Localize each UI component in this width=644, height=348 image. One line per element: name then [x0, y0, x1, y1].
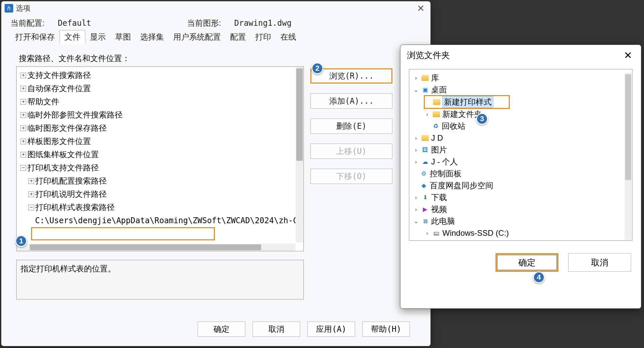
chevron-down-icon[interactable]: ⌄ — [413, 218, 419, 225]
folder-item-baidu[interactable]: ◆ 百度网盘同步空间 — [411, 180, 631, 191]
tree-item-sheet[interactable]: +图纸集样板文件位置 — [17, 148, 303, 161]
annotation-badge-3: 3 — [476, 113, 488, 125]
expander-icon[interactable]: − — [28, 205, 34, 210]
move-down-button: 下移(O) — [310, 169, 392, 184]
meta-row: 当前配置: Default 当前图形: Drawing1.dwg — [1, 15, 430, 30]
tree-item-printer-desc[interactable]: +打印机说明文件路径 — [17, 188, 303, 201]
browse-folder-dialog: 浏览文件夹 ✕ › 库 ⌄ ▣ 桌面 新建打印样式 › 新建文件夹 ♻ 回收站 — [400, 45, 641, 309]
expander-icon[interactable]: + — [28, 191, 34, 197]
browse-buttons: 确定 取消 — [400, 244, 641, 272]
folder-item-download[interactable]: › ⬇ 下载 — [411, 191, 631, 203]
scrollbar-thumb[interactable] — [30, 244, 261, 250]
expander-icon[interactable]: + — [20, 99, 26, 105]
tree-item-autosave[interactable]: +自动保存文件位置 — [17, 82, 303, 95]
chevron-down-icon[interactable]: ⌄ — [413, 86, 419, 93]
drawing-label: 当前图形: — [187, 18, 221, 28]
folder-item-windows-ssd[interactable]: › 🖴 Windows-SSD (C:) — [411, 227, 631, 239]
folder-item-library[interactable]: › 库 — [411, 72, 631, 84]
annotation-badge-1: 1 — [15, 235, 27, 247]
tab-config[interactable]: 配置 — [225, 30, 251, 44]
tree-item-support[interactable]: +支持文件搜索路径 — [17, 69, 303, 82]
dialog-title: 选项 — [16, 3, 30, 13]
tree-empty-row[interactable] — [17, 227, 303, 240]
chevron-right-icon[interactable]: › — [413, 75, 419, 82]
tab-sketch[interactable]: 草图 — [110, 30, 136, 44]
expander-icon[interactable]: + — [20, 152, 26, 157]
annotation-badge-2: 2 — [311, 62, 323, 74]
folder-item-new-folder[interactable]: › 新建文件夹 — [411, 108, 631, 120]
new-path-input[interactable] — [31, 227, 215, 240]
apply-button[interactable]: 应用(A) — [307, 322, 355, 337]
folder-item-video[interactable]: › ▶ 视频 — [411, 203, 631, 215]
chevron-right-icon[interactable]: › — [413, 147, 419, 154]
folder-item-this-pc[interactable]: ⌄ 🖥 此电脑 — [411, 215, 631, 227]
expander-icon[interactable]: + — [20, 112, 26, 118]
tab-file[interactable]: 文件 — [60, 30, 85, 44]
close-icon[interactable]: ✕ — [414, 3, 427, 14]
titlebar: h 选项 ✕ — [1, 1, 430, 15]
help-button[interactable]: 帮助(H) — [362, 322, 410, 337]
browse-title: 浏览文件夹 — [407, 50, 450, 61]
cancel-button[interactable]: 取消 — [253, 322, 300, 337]
chevron-right-icon[interactable]: › — [413, 194, 419, 201]
ok-button[interactable]: 确定 — [198, 322, 245, 337]
folder-item-control-panel[interactable]: ⚙ 控制面板 — [411, 168, 631, 180]
expander-icon[interactable]: − — [20, 165, 26, 171]
vertical-scrollbar[interactable] — [624, 73, 632, 240]
folder-item-desktop[interactable]: ⌄ ▣ 桌面 — [411, 84, 631, 96]
chevron-right-icon[interactable]: › — [424, 230, 430, 237]
expander-icon[interactable]: + — [28, 178, 34, 184]
tab-online[interactable]: 在线 — [276, 30, 301, 44]
expander-icon[interactable]: + — [20, 73, 26, 78]
tree-item-xref[interactable]: +临时外部参照文件搜索路径 — [17, 108, 303, 122]
expander-icon[interactable]: + — [20, 86, 26, 91]
scrollbar-thumb[interactable] — [625, 74, 631, 180]
folder-tree[interactable]: › 库 ⌄ ▣ 桌面 新建打印样式 › 新建文件夹 ♻ 回收站 › J D — [409, 69, 632, 241]
chevron-right-icon[interactable]: › — [413, 206, 419, 213]
browse-cancel-button[interactable]: 取消 — [568, 253, 631, 272]
profile-value: Default — [58, 18, 91, 28]
drawing-value: Drawing1.dwg — [234, 18, 292, 28]
tab-print[interactable]: 打印 — [251, 30, 276, 44]
tree-item-template[interactable]: +样板图形文件位置 — [17, 135, 303, 148]
description-panel: 指定打印机样式表的位置。 — [16, 260, 304, 299]
vertical-scrollbar[interactable] — [296, 67, 303, 242]
folder-item-personal[interactable]: › ☁ J - 个人 — [411, 156, 631, 168]
add-button[interactable]: 添加(A)... — [310, 93, 392, 109]
folder-item-new-print-style[interactable]: 新建打印样式 — [425, 96, 509, 108]
tree-item-temp-draw[interactable]: +临时图形文件保存路径 — [17, 122, 303, 135]
delete-button[interactable]: 删除(E) — [310, 119, 392, 134]
bottom-buttons: 确定 取消 应用(A) 帮助(H) — [177, 316, 430, 343]
tab-user-system[interactable]: 用户系统配置 — [169, 30, 225, 44]
chevron-right-icon[interactable]: › — [413, 158, 419, 165]
tree-item-help[interactable]: +帮助文件 — [17, 95, 303, 108]
browse-ok-button[interactable]: 确定 — [496, 253, 558, 272]
expander-icon[interactable]: + — [20, 139, 26, 144]
recycle-icon: ♻ — [432, 123, 440, 129]
folder-icon — [433, 99, 441, 105]
tab-open-save[interactable]: 打开和保存 — [11, 30, 60, 44]
tree-path-value[interactable]: C:\Users\dengjie\AppData\Roaming\ZWSoft\… — [17, 214, 303, 227]
close-icon[interactable]: ✕ — [621, 50, 634, 61]
folder-item-jd[interactable]: › J D — [411, 132, 631, 144]
horizontal-scrollbar[interactable] — [17, 244, 296, 251]
chevron-right-icon[interactable]: › — [413, 135, 419, 142]
expander-icon[interactable]: + — [20, 125, 26, 131]
tab-display[interactable]: 显示 — [85, 30, 110, 44]
browse-titlebar: 浏览文件夹 ✕ — [400, 45, 641, 66]
sync-icon: ◆ — [420, 182, 428, 189]
app-icon: h — [5, 4, 13, 13]
tab-selection[interactable]: 选择集 — [136, 30, 169, 44]
chevron-right-icon[interactable]: › — [424, 111, 430, 118]
folder-item-recycle[interactable]: ♻ 回收站 — [411, 120, 631, 132]
folder-icon — [432, 111, 440, 118]
options-dialog: h 选项 ✕ 当前配置: Default 当前图形: Drawing1.dwg … — [1, 1, 431, 346]
profile-label: 当前配置: — [11, 18, 45, 28]
tree-item-printer-cfg[interactable]: +打印机配置搜索路径 — [17, 174, 303, 188]
folder-item-images[interactable]: › 🖼 图片 — [411, 144, 631, 156]
path-tree-panel[interactable]: +支持文件搜索路径 +自动保存文件位置 +帮助文件 +临时外部参照文件搜索路径 … — [16, 66, 304, 251]
desktop-icon: ▣ — [421, 87, 429, 93]
scrollbar-thumb[interactable] — [296, 68, 303, 161]
tree-item-printer[interactable]: −打印机支持文件路径 — [17, 161, 303, 174]
tree-item-printer-style[interactable]: −打印机样式表搜索路径 — [17, 201, 303, 214]
